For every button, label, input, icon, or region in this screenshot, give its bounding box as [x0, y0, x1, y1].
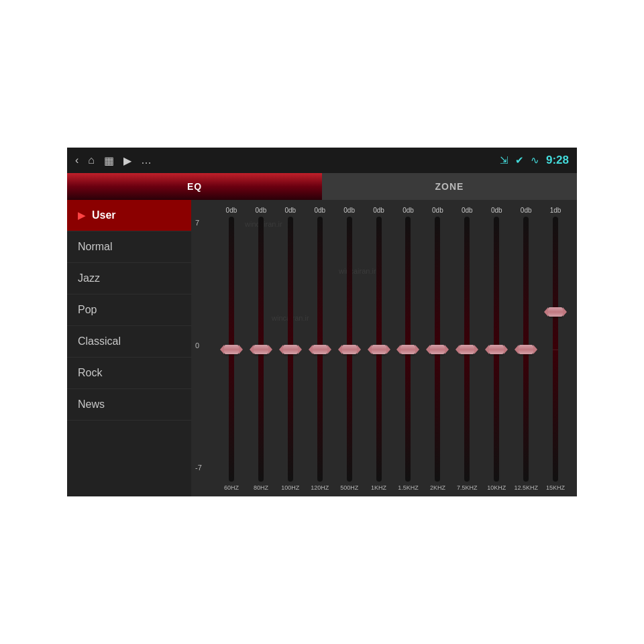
slider-col-10KHZ: [482, 217, 511, 482]
slider-col-1KHZ: [364, 217, 394, 482]
sidebar-item-pop[interactable]: Pop: [67, 294, 191, 326]
tabs: EQ ZONE: [67, 173, 577, 200]
slider-track-15KHZ[interactable]: [553, 217, 558, 482]
status-bar: ‹ ⌂ ▦ ▶ … ⇲ ✔ ∿ 9:28: [67, 148, 577, 173]
slider-track-500HZ[interactable]: [347, 217, 352, 482]
sliders-container: [211, 217, 570, 482]
db-label-500HZ: 0db: [335, 207, 364, 214]
sidebar-item-jazz[interactable]: Jazz: [67, 263, 191, 294]
tab-eq[interactable]: EQ: [67, 173, 322, 200]
slider-track-7.5KHZ[interactable]: [464, 217, 470, 482]
slider-thumb-15KHZ[interactable]: [548, 307, 563, 317]
freq-label-120HZ: 120HZ: [305, 484, 335, 491]
cast-icon: ⇲: [500, 154, 508, 166]
slider-thumb-100HZ[interactable]: [283, 345, 298, 354]
slider-thumb-120HZ[interactable]: [313, 345, 327, 354]
slider-thumb-1.5KHZ[interactable]: [400, 345, 415, 354]
scale-bottom: -7: [195, 464, 202, 472]
db-labels-row: 0db0db0db0db0db0db0db0db0db0db0db1db: [211, 207, 570, 214]
sidebar-item-user[interactable]: ▶ User: [67, 200, 191, 231]
db-label-2KHZ: 0db: [423, 207, 452, 214]
slider-col-2KHZ: [423, 217, 452, 482]
slider-thumb-80HZ[interactable]: [254, 345, 268, 354]
slider-col-80HZ: [246, 217, 276, 482]
home-icon[interactable]: ⌂: [88, 154, 95, 166]
db-label-1KHZ: 0db: [364, 207, 394, 214]
tab-zone[interactable]: ZONE: [322, 173, 577, 200]
sidebar-item-news[interactable]: News: [67, 389, 191, 421]
slider-thumb-7.5KHZ[interactable]: [460, 345, 474, 354]
main-content: ▶ User Normal Jazz Pop Classical Rock Ne…: [67, 200, 577, 496]
slider-thumb-2KHZ[interactable]: [430, 345, 445, 354]
slider-col-7.5KHZ: [452, 217, 482, 482]
db-label-10KHZ: 0db: [482, 207, 511, 214]
freq-labels-row: 60HZ80HZ100HZ120HZ500HZ1KHZ1.5KHZ2KHZ7.5…: [211, 484, 570, 491]
slider-track-12.5KHZ[interactable]: [523, 217, 529, 482]
camera-icon[interactable]: ▶: [123, 154, 131, 167]
back-icon[interactable]: ‹: [75, 154, 78, 166]
freq-label-1KHZ: 1KHZ: [364, 484, 394, 491]
slider-col-15KHZ: [541, 217, 570, 482]
slider-col-100HZ: [276, 217, 305, 482]
db-label-120HZ: 0db: [305, 207, 335, 214]
slider-track-2KHZ[interactable]: [435, 217, 440, 482]
recent-apps-icon[interactable]: ▦: [104, 154, 114, 167]
clock: 9:28: [546, 154, 569, 167]
db-label-100HZ: 0db: [276, 207, 305, 214]
eq-area: wincairan.ir wincairan.ir wincairan.ir 7…: [191, 200, 577, 496]
db-label-80HZ: 0db: [246, 207, 276, 214]
slider-track-1KHZ[interactable]: [376, 217, 382, 482]
scale-top: 7: [195, 219, 202, 227]
slider-track-1.5KHZ[interactable]: [405, 217, 411, 482]
freq-label-10KHZ: 10KHZ: [482, 484, 511, 491]
slider-track-80HZ[interactable]: [258, 217, 264, 482]
sidebar-item-classical[interactable]: Classical: [67, 326, 191, 358]
slider-col-500HZ: [335, 217, 364, 482]
freq-label-1.5KHZ: 1.5KHZ: [394, 484, 423, 491]
db-label-12.5KHZ: 0db: [511, 207, 541, 214]
db-label-15KHZ: 1db: [541, 207, 570, 214]
freq-label-60HZ: 60HZ: [217, 484, 246, 491]
sidebar-item-rock[interactable]: Rock: [67, 358, 191, 389]
wifi-icon: ∿: [531, 154, 539, 166]
slider-thumb-500HZ[interactable]: [342, 345, 357, 354]
slider-thumb-60HZ[interactable]: [224, 345, 239, 354]
slider-col-1.5KHZ: [394, 217, 423, 482]
scale-labels: 7 0 -7: [195, 219, 202, 472]
slider-track-120HZ[interactable]: [317, 217, 323, 482]
sidebar-item-normal[interactable]: Normal: [67, 231, 191, 263]
sidebar: ▶ User Normal Jazz Pop Classical Rock Ne…: [67, 200, 191, 496]
slider-col-60HZ: [217, 217, 246, 482]
slider-track-60HZ[interactable]: [229, 217, 234, 482]
slider-col-12.5KHZ: [511, 217, 541, 482]
freq-label-2KHZ: 2KHZ: [423, 484, 452, 491]
bluetooth-icon: ✔: [515, 154, 524, 166]
freq-label-7.5KHZ: 7.5KHZ: [452, 484, 482, 491]
slider-col-120HZ: [305, 217, 335, 482]
freq-label-500HZ: 500HZ: [335, 484, 364, 491]
slider-thumb-10KHZ[interactable]: [489, 345, 504, 354]
freq-label-100HZ: 100HZ: [276, 484, 305, 491]
db-label-1.5KHZ: 0db: [394, 207, 423, 214]
freq-label-15KHZ: 15KHZ: [541, 484, 570, 491]
freq-label-12.5KHZ: 12.5KHZ: [511, 484, 541, 491]
menu-icon[interactable]: …: [141, 154, 152, 166]
scale-middle: 0: [195, 341, 202, 350]
play-icon: ▶: [78, 210, 85, 221]
slider-thumb-12.5KHZ[interactable]: [519, 345, 533, 354]
freq-label-80HZ: 80HZ: [246, 484, 276, 491]
slider-track-100HZ[interactable]: [288, 217, 293, 482]
slider-thumb-1KHZ[interactable]: [372, 345, 386, 354]
slider-track-10KHZ[interactable]: [494, 217, 499, 482]
db-label-7.5KHZ: 0db: [452, 207, 482, 214]
db-label-60HZ: 0db: [217, 207, 246, 214]
